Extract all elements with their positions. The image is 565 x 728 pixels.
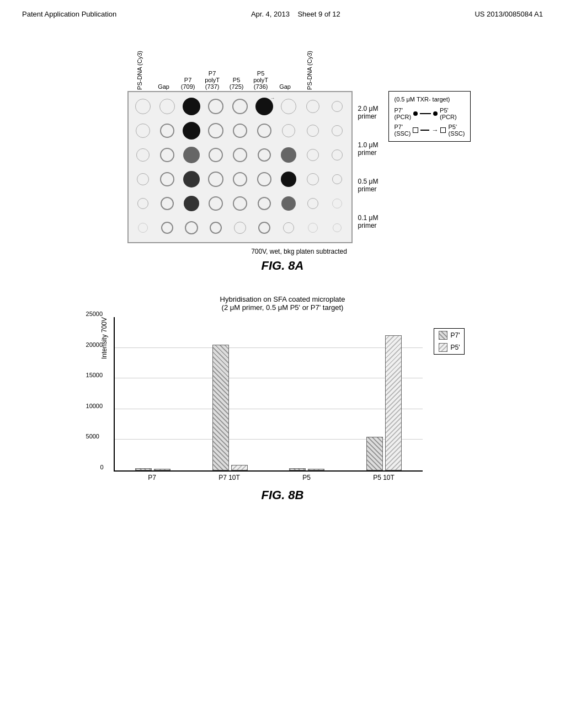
dot-r6c2 xyxy=(161,222,173,234)
dot-r6c7 xyxy=(283,222,294,233)
row-label-4: 0.1 μMprimer xyxy=(358,210,379,234)
p5-num: (725) xyxy=(230,83,244,90)
dot-r3c9 xyxy=(332,149,343,160)
diagram-left: PS-DNA (Cy3) Gap P7 (709) xyxy=(127,40,379,243)
legend-p7-pcr: P7' (PCR) xyxy=(395,107,412,120)
dot-r2c5 xyxy=(233,124,247,138)
chart-legend: P7' P5' xyxy=(434,328,465,355)
dot-r1c5 xyxy=(232,99,248,114)
dot-r5c7 xyxy=(281,196,296,211)
dot-r3c3 xyxy=(183,147,200,163)
dot-r3c2 xyxy=(160,148,174,162)
dot-r5c3 xyxy=(184,196,199,211)
dot-r1c7 xyxy=(281,99,296,114)
dot-r2c6 xyxy=(257,124,271,138)
dot-r2c1 xyxy=(136,124,150,138)
bar-group-p7 xyxy=(115,317,192,470)
dot-r6c5 xyxy=(234,222,246,234)
dot-r4c3 xyxy=(183,171,200,188)
page-header: Patent Application Publication Apr. 4, 2… xyxy=(0,0,565,24)
dot-r4c6 xyxy=(257,172,271,186)
bar-p5-p7 xyxy=(289,468,306,470)
fig8a-caption: 700V, wet, bkg platen subtracted xyxy=(251,248,347,255)
dot-r1c4 xyxy=(208,99,223,114)
dot-r6c9 xyxy=(333,223,342,232)
dot-r3c5 xyxy=(233,148,247,162)
p7-polyt-label: P7 xyxy=(209,70,216,77)
dot-r2c4 xyxy=(208,123,223,138)
bar-p5-p5 xyxy=(308,469,324,470)
p5-polyt-sub: polyT xyxy=(253,77,268,83)
legend-dot-p7pcr xyxy=(413,111,418,116)
legend-title: (0.5 μM TXR- target) xyxy=(395,96,465,103)
legend-arrow-ssc: → xyxy=(431,126,438,134)
microarray-grid: → xyxy=(127,91,353,243)
legend-p5-pcr: P5' (PCR) xyxy=(440,107,457,120)
chart-title-line2: (2 μM primer, 0.5 μM P5' or P7' target) xyxy=(220,303,345,312)
dot-r6c4 xyxy=(210,222,222,234)
chart-area: Intensity 700V 25000 20000 15000 10000 xyxy=(100,317,465,481)
chart-title: Hybridisation on SFA coated microplate (… xyxy=(220,295,345,312)
x-label-p7-10t: P7 10T xyxy=(191,474,268,481)
bar-p7-10t-p5 xyxy=(231,465,248,470)
dot-r4c7 xyxy=(281,172,296,187)
header-sheet: Sheet 9 of 12 xyxy=(297,10,340,18)
fig8b-section: Hybridisation on SFA coated microplate (… xyxy=(22,295,543,502)
ps-dna-left-label: PS-DNA (Cy3) xyxy=(136,51,143,90)
legend-label-p7: P7' xyxy=(451,331,460,339)
chart-main: 25000 20000 15000 10000 5000 0 xyxy=(114,317,423,481)
dot-r5c4 xyxy=(209,196,223,211)
row-labels: 2.0 μMprimer 1.0 μMprimer 0.5 μMprimer 0… xyxy=(358,94,379,240)
fig8a-legend: (0.5 μM TXR- target) P7' (PCR) P5' (PCR) xyxy=(388,91,471,142)
dot-r4c4 xyxy=(208,172,223,187)
dot-r1c2 xyxy=(159,99,175,114)
ytick-0: 0 xyxy=(100,464,104,470)
dot-r5c5 xyxy=(233,196,247,211)
dot-r4c1 xyxy=(137,173,149,185)
x-label-p7: P7 xyxy=(114,474,191,481)
header-left: Patent Application Publication xyxy=(22,10,116,18)
y-axis-area: Intensity 700V xyxy=(100,317,108,359)
dot-r2c2 xyxy=(160,124,174,138)
bar-p7-p5 xyxy=(154,469,170,470)
p7-num: (709) xyxy=(181,83,195,90)
legend-line-pcr xyxy=(420,113,431,114)
dot-r6c1 xyxy=(138,223,148,233)
p7-polyt-num: (737) xyxy=(205,83,220,90)
gap-left-label: Gap xyxy=(158,83,169,90)
ytick-15000: 15000 xyxy=(86,372,103,378)
header-right: US 2013/0085084 A1 xyxy=(475,10,543,18)
bar-group-p5 xyxy=(269,317,346,470)
x-labels: P7 P7 10T P5 P5 10T xyxy=(114,474,423,481)
ytick-5000: 5000 xyxy=(86,433,99,440)
row-label-3: 0.5 μMprimer xyxy=(358,173,379,197)
dot-r6c8 xyxy=(308,223,318,233)
fig8a-label: FIG. 8A xyxy=(261,259,303,273)
header-center: Apr. 4, 2013 Sheet 9 of 12 xyxy=(251,10,340,18)
dot-r5c2 xyxy=(161,197,174,210)
legend-swatch-p7 xyxy=(439,331,447,340)
dot-r1c9 xyxy=(332,101,343,112)
dot-r3c7 xyxy=(281,147,296,163)
p5-label: P5 xyxy=(233,77,240,83)
dot-r1c1 xyxy=(135,99,151,114)
dot-r1c8 xyxy=(306,100,319,113)
legend-sq-p5ssc xyxy=(440,127,446,133)
bar-p7-10t-p7 xyxy=(212,345,229,470)
fig8b-label: FIG. 8B xyxy=(261,488,303,502)
main-content: PS-DNA (Cy3) Gap P7 (709) xyxy=(0,24,565,513)
dot-r5c1 xyxy=(137,198,148,209)
dot-r4c9 xyxy=(332,174,342,184)
bar-chart: 25000 20000 15000 10000 5000 0 xyxy=(114,317,423,472)
dot-r6c3 xyxy=(185,221,198,234)
bar-group-p7-10t xyxy=(191,317,269,470)
dot-r5c8 xyxy=(307,198,318,209)
y-axis-label: Intensity 700V xyxy=(100,317,108,359)
x-label-p5-10t: P5 10T xyxy=(345,474,423,481)
row-label-2: 1.0 μMprimer xyxy=(358,137,379,161)
fig8a-section: PS-DNA (Cy3) Gap P7 (709) xyxy=(22,40,543,273)
bar-p5-10t-p7 xyxy=(366,437,383,470)
dot-r6c6 xyxy=(258,222,270,234)
row-label-1: 2.0 μMprimer xyxy=(358,100,379,125)
dot-r3c6 xyxy=(258,148,271,162)
